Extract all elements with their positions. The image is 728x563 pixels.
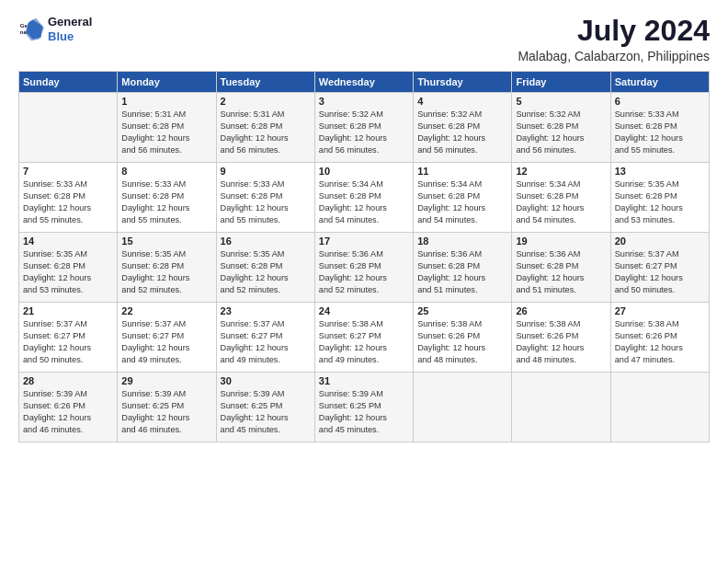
main-title: July 2024 (518, 15, 710, 47)
day-info: Sunrise: 5:36 AM Sunset: 6:28 PM Dayligh… (516, 248, 606, 296)
calendar-cell: 25Sunrise: 5:38 AM Sunset: 6:26 PM Dayli… (414, 303, 512, 373)
day-info: Sunrise: 5:37 AM Sunset: 6:27 PM Dayligh… (221, 318, 311, 366)
day-number: 30 (221, 375, 311, 386)
day-number: 29 (121, 375, 211, 386)
week-row-1: 7Sunrise: 5:33 AM Sunset: 6:28 PM Daylig… (19, 163, 710, 233)
day-info: Sunrise: 5:36 AM Sunset: 6:28 PM Dayligh… (319, 248, 409, 296)
day-number: 9 (221, 166, 311, 177)
day-number: 23 (221, 305, 311, 316)
day-number: 14 (23, 236, 113, 247)
day-info: Sunrise: 5:38 AM Sunset: 6:26 PM Dayligh… (516, 318, 606, 366)
svg-text:Ge: Ge (20, 22, 28, 29)
calendar-cell: 23Sunrise: 5:37 AM Sunset: 6:27 PM Dayli… (216, 303, 314, 373)
day-number: 2 (221, 96, 311, 107)
day-info: Sunrise: 5:35 AM Sunset: 6:28 PM Dayligh… (615, 178, 705, 226)
day-number: 26 (516, 305, 606, 316)
calendar-cell: 24Sunrise: 5:38 AM Sunset: 6:27 PM Dayli… (314, 303, 413, 373)
day-info: Sunrise: 5:38 AM Sunset: 6:26 PM Dayligh… (417, 318, 507, 366)
day-info: Sunrise: 5:38 AM Sunset: 6:27 PM Dayligh… (319, 318, 409, 366)
day-info: Sunrise: 5:37 AM Sunset: 6:27 PM Dayligh… (121, 318, 211, 366)
logo: Ge ne General Blue (18, 15, 92, 43)
calendar-cell: 31Sunrise: 5:39 AM Sunset: 6:25 PM Dayli… (314, 373, 413, 442)
col-wednesday: Wednesday (314, 72, 413, 93)
day-number: 15 (121, 236, 211, 247)
calendar-cell: 17Sunrise: 5:36 AM Sunset: 6:28 PM Dayli… (314, 233, 413, 303)
day-info: Sunrise: 5:39 AM Sunset: 6:25 PM Dayligh… (221, 388, 311, 436)
day-info: Sunrise: 5:32 AM Sunset: 6:28 PM Dayligh… (417, 109, 507, 156)
day-number: 5 (516, 96, 606, 107)
day-number: 18 (417, 236, 507, 247)
calendar-cell: 27Sunrise: 5:38 AM Sunset: 6:26 PM Dayli… (610, 303, 709, 373)
day-info: Sunrise: 5:37 AM Sunset: 6:27 PM Dayligh… (23, 318, 113, 366)
day-info: Sunrise: 5:33 AM Sunset: 6:28 PM Dayligh… (221, 178, 311, 226)
week-row-2: 14Sunrise: 5:35 AM Sunset: 6:28 PM Dayli… (19, 233, 710, 303)
day-number: 28 (23, 375, 113, 386)
week-row-0: 1Sunrise: 5:31 AM Sunset: 6:28 PM Daylig… (19, 93, 710, 163)
day-number: 11 (417, 166, 507, 177)
day-number: 7 (23, 166, 113, 177)
calendar-cell: 22Sunrise: 5:37 AM Sunset: 6:27 PM Dayli… (118, 303, 216, 373)
day-number: 31 (319, 375, 409, 386)
svg-text:ne: ne (20, 29, 28, 35)
calendar-cell: 14Sunrise: 5:35 AM Sunset: 6:28 PM Dayli… (19, 233, 118, 303)
day-number: 20 (615, 236, 705, 247)
calendar-cell: 10Sunrise: 5:34 AM Sunset: 6:28 PM Dayli… (314, 163, 413, 233)
col-sunday: Sunday (19, 72, 118, 93)
day-number: 25 (417, 305, 507, 316)
calendar-cell: 3Sunrise: 5:32 AM Sunset: 6:28 PM Daylig… (314, 93, 413, 163)
col-tuesday: Tuesday (216, 72, 314, 93)
calendar-cell: 1Sunrise: 5:31 AM Sunset: 6:28 PM Daylig… (118, 93, 216, 163)
day-number: 6 (615, 96, 705, 107)
calendar-cell: 29Sunrise: 5:39 AM Sunset: 6:25 PM Dayli… (118, 373, 216, 442)
week-row-4: 28Sunrise: 5:39 AM Sunset: 6:26 PM Dayli… (19, 373, 710, 442)
day-number: 24 (319, 305, 409, 316)
week-row-3: 21Sunrise: 5:37 AM Sunset: 6:27 PM Dayli… (19, 303, 710, 373)
calendar-cell: 19Sunrise: 5:36 AM Sunset: 6:28 PM Dayli… (512, 233, 610, 303)
day-info: Sunrise: 5:39 AM Sunset: 6:25 PM Dayligh… (121, 388, 211, 436)
calendar-table: Sunday Monday Tuesday Wednesday Thursday… (18, 71, 710, 442)
calendar-cell: 8Sunrise: 5:33 AM Sunset: 6:28 PM Daylig… (118, 163, 216, 233)
logo-text-line2: Blue (48, 29, 92, 44)
title-area: July 2024 Malabag, Calabarzon, Philippin… (518, 15, 710, 63)
calendar-cell: 20Sunrise: 5:37 AM Sunset: 6:27 PM Dayli… (610, 233, 709, 303)
calendar-cell: 5Sunrise: 5:32 AM Sunset: 6:28 PM Daylig… (512, 93, 610, 163)
day-info: Sunrise: 5:37 AM Sunset: 6:27 PM Dayligh… (615, 248, 705, 296)
calendar-cell (19, 93, 118, 163)
day-info: Sunrise: 5:33 AM Sunset: 6:28 PM Dayligh… (615, 109, 705, 156)
day-number: 27 (615, 305, 705, 316)
day-number: 4 (417, 96, 507, 107)
day-info: Sunrise: 5:31 AM Sunset: 6:28 PM Dayligh… (221, 109, 311, 156)
day-info: Sunrise: 5:33 AM Sunset: 6:28 PM Dayligh… (23, 178, 113, 226)
calendar-cell: 15Sunrise: 5:35 AM Sunset: 6:28 PM Dayli… (118, 233, 216, 303)
day-info: Sunrise: 5:33 AM Sunset: 6:28 PM Dayligh… (121, 178, 211, 226)
day-number: 16 (221, 236, 311, 247)
day-number: 17 (319, 236, 409, 247)
day-info: Sunrise: 5:34 AM Sunset: 6:28 PM Dayligh… (516, 178, 606, 226)
day-number: 1 (121, 96, 211, 107)
calendar-cell: 9Sunrise: 5:33 AM Sunset: 6:28 PM Daylig… (216, 163, 314, 233)
day-number: 10 (319, 166, 409, 177)
calendar-cell: 2Sunrise: 5:31 AM Sunset: 6:28 PM Daylig… (216, 93, 314, 163)
calendar-cell: 18Sunrise: 5:36 AM Sunset: 6:28 PM Dayli… (414, 233, 512, 303)
calendar-cell: 30Sunrise: 5:39 AM Sunset: 6:25 PM Dayli… (216, 373, 314, 442)
calendar-cell: 11Sunrise: 5:34 AM Sunset: 6:28 PM Dayli… (414, 163, 512, 233)
day-info: Sunrise: 5:39 AM Sunset: 6:26 PM Dayligh… (23, 388, 113, 436)
calendar-cell: 21Sunrise: 5:37 AM Sunset: 6:27 PM Dayli… (19, 303, 118, 373)
header-row: Sunday Monday Tuesday Wednesday Thursday… (19, 72, 710, 93)
calendar-cell (414, 373, 512, 442)
day-number: 8 (121, 166, 211, 177)
calendar-page: Ge ne General Blue July 2024 Malabag, Ca… (0, 0, 728, 563)
day-info: Sunrise: 5:32 AM Sunset: 6:28 PM Dayligh… (319, 109, 409, 156)
day-info: Sunrise: 5:35 AM Sunset: 6:28 PM Dayligh… (23, 248, 113, 296)
col-friday: Friday (512, 72, 610, 93)
calendar-cell: 4Sunrise: 5:32 AM Sunset: 6:28 PM Daylig… (414, 93, 512, 163)
calendar-cell: 13Sunrise: 5:35 AM Sunset: 6:28 PM Dayli… (610, 163, 709, 233)
day-info: Sunrise: 5:39 AM Sunset: 6:25 PM Dayligh… (319, 388, 409, 436)
calendar-cell: 12Sunrise: 5:34 AM Sunset: 6:28 PM Dayli… (512, 163, 610, 233)
calendar-cell: 7Sunrise: 5:33 AM Sunset: 6:28 PM Daylig… (19, 163, 118, 233)
calendar-cell: 28Sunrise: 5:39 AM Sunset: 6:26 PM Dayli… (19, 373, 118, 442)
calendar-cell: 26Sunrise: 5:38 AM Sunset: 6:26 PM Dayli… (512, 303, 610, 373)
day-number: 13 (615, 166, 705, 177)
calendar-cell (610, 373, 709, 442)
col-monday: Monday (118, 72, 216, 93)
